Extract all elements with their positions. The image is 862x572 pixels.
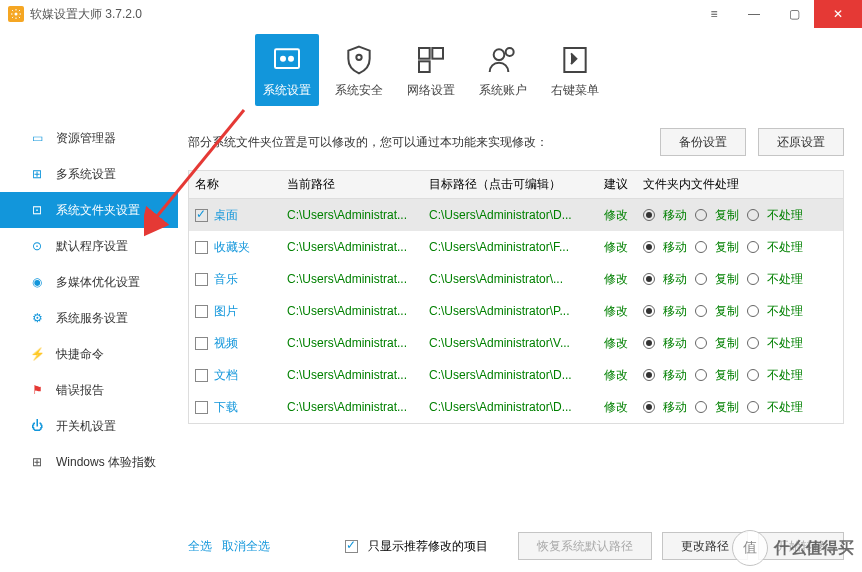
table-row[interactable]: 音乐C:\Users\Administrat...C:\Users\Admini… <box>189 263 843 295</box>
folder-name[interactable]: 收藏夹 <box>214 240 250 254</box>
target-path[interactable]: C:\Users\Administrator\F... <box>423 240 595 254</box>
suggestion: 修改 <box>595 207 637 224</box>
row-checkbox[interactable] <box>195 337 208 350</box>
sidebar-icon: ▭ <box>28 129 46 147</box>
row-checkbox[interactable] <box>195 305 208 318</box>
sidebar-item-4[interactable]: ◉多媒体优化设置 <box>0 264 178 300</box>
col-target-path: 目标路径（点击可编辑） <box>423 176 595 193</box>
sidebar-item-2[interactable]: ⊡系统文件夹设置 <box>0 192 178 228</box>
menu-button[interactable]: ≡ <box>694 0 734 28</box>
radio-copy[interactable] <box>695 401 707 413</box>
row-checkbox[interactable] <box>195 209 208 222</box>
radio-copy[interactable] <box>695 209 707 221</box>
radio-copy[interactable] <box>695 305 707 317</box>
window-title: 软媒设置大师 3.7.2.0 <box>30 6 142 23</box>
only-recommended-checkbox[interactable]: 只显示推荐修改的项目 <box>345 538 488 555</box>
sidebar-icon: ⚙ <box>28 309 46 327</box>
target-path[interactable]: C:\Users\Administrator\D... <box>423 368 595 382</box>
folder-name[interactable]: 音乐 <box>214 272 238 286</box>
target-path[interactable]: C:\Users\Administrator\D... <box>423 400 595 414</box>
topnav-item-4[interactable]: 右键菜单 <box>543 34 607 106</box>
restore-button[interactable]: 还原设置 <box>758 128 844 156</box>
row-checkbox[interactable] <box>195 401 208 414</box>
sidebar-item-5[interactable]: ⚙系统服务设置 <box>0 300 178 336</box>
sidebar-icon: ⊞ <box>28 165 46 183</box>
radio-none[interactable] <box>747 337 759 349</box>
checkbox-icon <box>345 540 358 553</box>
sidebar-icon: ◉ <box>28 273 46 291</box>
radio-copy[interactable] <box>695 337 707 349</box>
sidebar-item-9[interactable]: ⊞Windows 体验指数 <box>0 444 178 480</box>
table-row[interactable]: 下载C:\Users\Administrat...C:\Users\Admini… <box>189 391 843 423</box>
folder-name[interactable]: 视频 <box>214 336 238 350</box>
deselect-all-link[interactable]: 取消全选 <box>222 538 270 555</box>
row-checkbox[interactable] <box>195 369 208 382</box>
radio-move[interactable] <box>643 305 655 317</box>
table-header: 名称 当前路径 目标路径（点击可编辑） 建议 文件夹内文件处理 <box>189 171 843 199</box>
target-path[interactable]: C:\Users\Administrator\V... <box>423 336 595 350</box>
folder-name[interactable]: 图片 <box>214 304 238 318</box>
radio-copy[interactable] <box>695 273 707 285</box>
radio-none[interactable] <box>747 209 759 221</box>
nav-icon <box>557 42 593 78</box>
sidebar-item-1[interactable]: ⊞多系统设置 <box>0 156 178 192</box>
content-panel: 部分系统文件夹位置是可以修改的，您可以通过本功能来实现修改： 备份设置 还原设置… <box>178 112 862 572</box>
sidebar-item-7[interactable]: ⚑错误报告 <box>0 372 178 408</box>
col-current-path: 当前路径 <box>281 176 423 193</box>
table-row[interactable]: 图片C:\Users\Administrat...C:\Users\Admini… <box>189 295 843 327</box>
radio-none[interactable] <box>747 241 759 253</box>
current-path: C:\Users\Administrat... <box>281 368 423 382</box>
maximize-button[interactable]: ▢ <box>774 0 814 28</box>
sidebar-icon: ⚑ <box>28 381 46 399</box>
target-path[interactable]: C:\Users\Administrator\... <box>423 272 595 286</box>
nav-icon <box>485 42 521 78</box>
file-action-radios: 移动复制不处理 <box>637 207 843 224</box>
table-row[interactable]: 桌面C:\Users\Administrat...C:\Users\Admini… <box>189 199 843 231</box>
row-checkbox[interactable] <box>195 273 208 286</box>
radio-move[interactable] <box>643 401 655 413</box>
select-all-link[interactable]: 全选 <box>188 538 212 555</box>
target-path[interactable]: C:\Users\Administrator\D... <box>423 208 595 222</box>
col-name: 名称 <box>189 176 281 193</box>
svg-point-8 <box>494 49 505 60</box>
folder-name[interactable]: 文档 <box>214 368 238 382</box>
folder-name[interactable]: 下载 <box>214 400 238 414</box>
radio-none[interactable] <box>747 305 759 317</box>
backup-button[interactable]: 备份设置 <box>660 128 746 156</box>
radio-move[interactable] <box>643 241 655 253</box>
file-action-radios: 移动复制不处理 <box>637 303 843 320</box>
row-checkbox[interactable] <box>195 241 208 254</box>
target-path[interactable]: C:\Users\Administrator\P... <box>423 304 595 318</box>
radio-move[interactable] <box>643 209 655 221</box>
topnav-item-0[interactable]: 系统设置 <box>255 34 319 106</box>
recover-defaults-button[interactable]: 恢复系统默认路径 <box>518 532 652 560</box>
radio-copy[interactable] <box>695 241 707 253</box>
sidebar-item-0[interactable]: ▭资源管理器 <box>0 120 178 156</box>
sidebar-icon: ⚡ <box>28 345 46 363</box>
close-button[interactable]: ✕ <box>814 0 862 28</box>
radio-move[interactable] <box>643 273 655 285</box>
folder-name[interactable]: 桌面 <box>214 208 238 222</box>
radio-none[interactable] <box>747 369 759 381</box>
topnav-item-3[interactable]: 系统账户 <box>471 34 535 106</box>
minimize-button[interactable]: — <box>734 0 774 28</box>
sidebar-item-3[interactable]: ⊙默认程序设置 <box>0 228 178 264</box>
watermark-text: 什么值得买 <box>774 538 854 559</box>
table-row[interactable]: 视频C:\Users\Administrat...C:\Users\Admini… <box>189 327 843 359</box>
radio-copy[interactable] <box>695 369 707 381</box>
radio-move[interactable] <box>643 369 655 381</box>
table-row[interactable]: 收藏夹C:\Users\Administrat...C:\Users\Admin… <box>189 231 843 263</box>
topnav-item-1[interactable]: 系统安全 <box>327 34 391 106</box>
sidebar-item-8[interactable]: ⏻开关机设置 <box>0 408 178 444</box>
sidebar-item-6[interactable]: ⚡快捷命令 <box>0 336 178 372</box>
topnav-item-2[interactable]: 网络设置 <box>399 34 463 106</box>
table-row[interactable]: 文档C:\Users\Administrat...C:\Users\Admini… <box>189 359 843 391</box>
radio-none[interactable] <box>747 273 759 285</box>
radio-move[interactable] <box>643 337 655 349</box>
radio-none[interactable] <box>747 401 759 413</box>
suggestion: 修改 <box>595 367 637 384</box>
suggestion: 修改 <box>595 399 637 416</box>
nav-icon <box>341 42 377 78</box>
sidebar: ▭资源管理器⊞多系统设置⊡系统文件夹设置⊙默认程序设置◉多媒体优化设置⚙系统服务… <box>0 112 178 572</box>
current-path: C:\Users\Administrat... <box>281 272 423 286</box>
